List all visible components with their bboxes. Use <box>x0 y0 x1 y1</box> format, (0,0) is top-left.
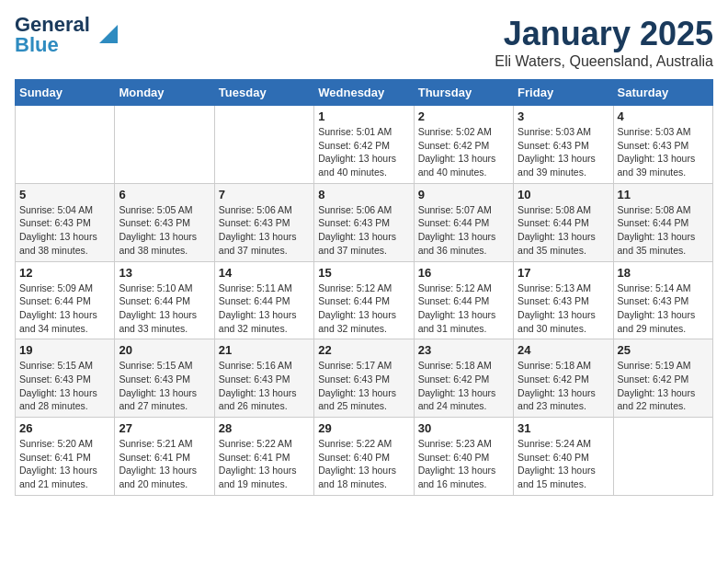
calendar-table: SundayMondayTuesdayWednesdayThursdayFrid… <box>15 79 713 496</box>
day-number: 16 <box>418 266 509 280</box>
day-header-sunday: Sunday <box>16 80 115 106</box>
day-info: Sunrise: 5:12 AM Sunset: 6:44 PM Dayligh… <box>318 282 409 336</box>
day-info: Sunrise: 5:20 AM Sunset: 6:41 PM Dayligh… <box>19 437 110 491</box>
day-info: Sunrise: 5:22 AM Sunset: 6:41 PM Dayligh… <box>219 437 310 491</box>
calendar-cell: 9Sunrise: 5:07 AM Sunset: 6:44 PM Daylig… <box>414 183 513 261</box>
day-info: Sunrise: 5:11 AM Sunset: 6:44 PM Dayligh… <box>219 282 310 336</box>
month-title: January 2025 <box>495 15 713 53</box>
day-number: 15 <box>318 266 409 280</box>
day-info: Sunrise: 5:06 AM Sunset: 6:43 PM Dayligh… <box>318 203 409 258</box>
calendar-cell: 25Sunrise: 5:19 AM Sunset: 6:42 PM Dayli… <box>613 339 712 418</box>
day-number: 10 <box>518 188 609 201</box>
day-info: Sunrise: 5:05 AM Sunset: 6:43 PM Dayligh… <box>119 203 210 258</box>
calendar-cell: 17Sunrise: 5:13 AM Sunset: 6:43 PM Dayli… <box>514 261 613 339</box>
day-number: 21 <box>219 343 310 357</box>
day-number: 23 <box>418 343 509 357</box>
day-info: Sunrise: 5:06 AM Sunset: 6:43 PM Dayligh… <box>219 203 310 258</box>
day-number: 2 <box>418 109 509 123</box>
calendar-cell: 16Sunrise: 5:12 AM Sunset: 6:44 PM Dayli… <box>414 261 513 339</box>
calendar-cell: 2Sunrise: 5:02 AM Sunset: 6:42 PM Daylig… <box>414 106 513 184</box>
day-info: Sunrise: 5:03 AM Sunset: 6:43 PM Dayligh… <box>618 125 709 179</box>
day-number: 17 <box>518 266 609 280</box>
calendar-cell: 19Sunrise: 5:15 AM Sunset: 6:43 PM Dayli… <box>16 339 115 418</box>
day-info: Sunrise: 5:19 AM Sunset: 6:42 PM Dayligh… <box>618 359 709 413</box>
day-header-saturday: Saturday <box>613 80 712 106</box>
logo: GeneralBlue <box>15 15 119 55</box>
day-info: Sunrise: 5:13 AM Sunset: 6:43 PM Dayligh… <box>518 282 609 336</box>
day-header-wednesday: Wednesday <box>314 80 414 106</box>
day-number: 19 <box>19 343 110 357</box>
calendar-week-row: 26Sunrise: 5:20 AM Sunset: 6:41 PM Dayli… <box>16 418 713 496</box>
logo-icon <box>92 17 119 45</box>
day-number: 14 <box>219 266 310 280</box>
calendar-cell: 3Sunrise: 5:03 AM Sunset: 6:43 PM Daylig… <box>514 106 613 184</box>
calendar-cell <box>214 106 313 184</box>
calendar-header-row: SundayMondayTuesdayWednesdayThursdayFrid… <box>16 80 713 106</box>
day-number: 22 <box>318 343 409 357</box>
calendar-cell: 11Sunrise: 5:08 AM Sunset: 6:44 PM Dayli… <box>613 183 712 261</box>
day-number: 3 <box>518 109 609 123</box>
calendar-cell: 26Sunrise: 5:20 AM Sunset: 6:41 PM Dayli… <box>16 418 115 496</box>
logo-text: GeneralBlue <box>15 15 90 55</box>
day-info: Sunrise: 5:12 AM Sunset: 6:44 PM Dayligh… <box>418 282 509 336</box>
day-number: 12 <box>19 266 110 280</box>
day-number: 28 <box>219 421 310 435</box>
day-header-thursday: Thursday <box>414 80 513 106</box>
day-number: 31 <box>518 421 609 435</box>
day-info: Sunrise: 5:14 AM Sunset: 6:43 PM Dayligh… <box>618 282 709 336</box>
title-area: January 2025 Eli Waters, Queensland, Aus… <box>495 15 713 70</box>
day-number: 9 <box>418 188 509 201</box>
calendar-week-row: 12Sunrise: 5:09 AM Sunset: 6:44 PM Dayli… <box>16 261 713 339</box>
calendar-cell: 5Sunrise: 5:04 AM Sunset: 6:43 PM Daylig… <box>16 183 115 261</box>
day-info: Sunrise: 5:15 AM Sunset: 6:43 PM Dayligh… <box>19 359 110 413</box>
calendar-week-row: 19Sunrise: 5:15 AM Sunset: 6:43 PM Dayli… <box>16 339 713 418</box>
location-title: Eli Waters, Queensland, Australia <box>495 53 713 70</box>
calendar-week-row: 1Sunrise: 5:01 AM Sunset: 6:42 PM Daylig… <box>16 106 713 184</box>
day-info: Sunrise: 5:23 AM Sunset: 6:40 PM Dayligh… <box>418 437 509 491</box>
calendar-cell: 22Sunrise: 5:17 AM Sunset: 6:43 PM Dayli… <box>314 339 414 418</box>
calendar-cell: 7Sunrise: 5:06 AM Sunset: 6:43 PM Daylig… <box>214 183 313 261</box>
day-number: 27 <box>119 421 210 435</box>
day-header-tuesday: Tuesday <box>214 80 313 106</box>
day-info: Sunrise: 5:24 AM Sunset: 6:40 PM Dayligh… <box>518 437 609 491</box>
day-number: 18 <box>618 266 709 280</box>
calendar-cell: 18Sunrise: 5:14 AM Sunset: 6:43 PM Dayli… <box>613 261 712 339</box>
calendar-cell: 13Sunrise: 5:10 AM Sunset: 6:44 PM Dayli… <box>115 261 214 339</box>
day-info: Sunrise: 5:18 AM Sunset: 6:42 PM Dayligh… <box>518 359 609 413</box>
calendar-cell: 27Sunrise: 5:21 AM Sunset: 6:41 PM Dayli… <box>115 418 214 496</box>
calendar-cell: 12Sunrise: 5:09 AM Sunset: 6:44 PM Dayli… <box>16 261 115 339</box>
calendar-cell: 28Sunrise: 5:22 AM Sunset: 6:41 PM Dayli… <box>214 418 313 496</box>
day-info: Sunrise: 5:17 AM Sunset: 6:43 PM Dayligh… <box>318 359 409 413</box>
calendar-cell: 4Sunrise: 5:03 AM Sunset: 6:43 PM Daylig… <box>613 106 712 184</box>
calendar-cell <box>613 418 712 496</box>
day-info: Sunrise: 5:16 AM Sunset: 6:43 PM Dayligh… <box>219 359 310 413</box>
day-number: 24 <box>518 343 609 357</box>
day-number: 11 <box>618 188 709 201</box>
calendar-cell: 14Sunrise: 5:11 AM Sunset: 6:44 PM Dayli… <box>214 261 313 339</box>
day-header-friday: Friday <box>514 80 613 106</box>
calendar-cell: 30Sunrise: 5:23 AM Sunset: 6:40 PM Dayli… <box>414 418 513 496</box>
day-number: 5 <box>19 188 110 201</box>
calendar-cell: 10Sunrise: 5:08 AM Sunset: 6:44 PM Dayli… <box>514 183 613 261</box>
day-number: 26 <box>19 421 110 435</box>
calendar-cell: 31Sunrise: 5:24 AM Sunset: 6:40 PM Dayli… <box>514 418 613 496</box>
day-info: Sunrise: 5:01 AM Sunset: 6:42 PM Dayligh… <box>318 125 409 179</box>
day-number: 13 <box>119 266 210 280</box>
day-info: Sunrise: 5:04 AM Sunset: 6:43 PM Dayligh… <box>19 203 110 258</box>
svg-marker-0 <box>99 25 118 43</box>
calendar-cell <box>16 106 115 184</box>
calendar-cell: 1Sunrise: 5:01 AM Sunset: 6:42 PM Daylig… <box>314 106 414 184</box>
day-number: 29 <box>318 421 409 435</box>
calendar-cell: 20Sunrise: 5:15 AM Sunset: 6:43 PM Dayli… <box>115 339 214 418</box>
day-info: Sunrise: 5:18 AM Sunset: 6:42 PM Dayligh… <box>418 359 509 413</box>
day-info: Sunrise: 5:03 AM Sunset: 6:43 PM Dayligh… <box>518 125 609 179</box>
day-number: 7 <box>219 188 310 201</box>
calendar-cell: 6Sunrise: 5:05 AM Sunset: 6:43 PM Daylig… <box>115 183 214 261</box>
day-info: Sunrise: 5:15 AM Sunset: 6:43 PM Dayligh… <box>119 359 210 413</box>
day-info: Sunrise: 5:02 AM Sunset: 6:42 PM Dayligh… <box>418 125 509 179</box>
day-info: Sunrise: 5:10 AM Sunset: 6:44 PM Dayligh… <box>119 282 210 336</box>
calendar-cell <box>115 106 214 184</box>
day-info: Sunrise: 5:07 AM Sunset: 6:44 PM Dayligh… <box>418 203 509 258</box>
day-number: 30 <box>418 421 509 435</box>
day-number: 4 <box>618 109 709 123</box>
